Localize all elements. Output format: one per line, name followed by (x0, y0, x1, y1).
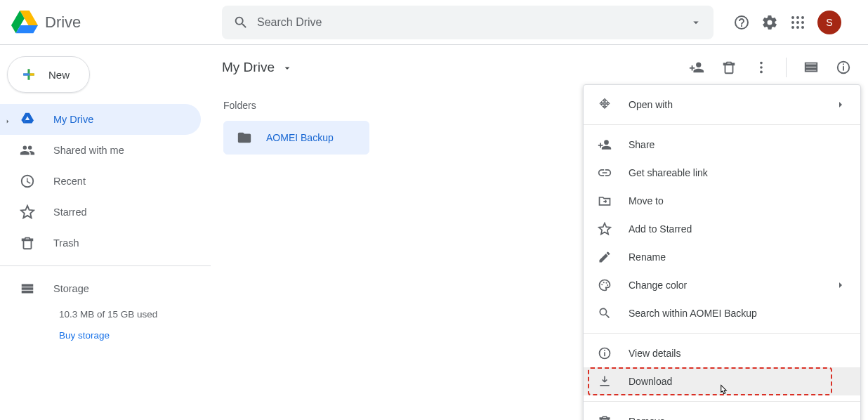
account-avatar[interactable]: S (817, 11, 841, 34)
svg-point-8 (801, 26, 804, 29)
menu-move-to[interactable]: Move to (584, 187, 860, 215)
menu-search-within[interactable]: Search within AOMEI Backup (584, 299, 860, 327)
folder-item[interactable]: AOMEI Backup (223, 121, 369, 155)
chevron-right-icon (835, 99, 846, 110)
sidebar-item-storage[interactable]: Storage (0, 273, 201, 304)
svg-point-3 (791, 21, 794, 24)
caret-right-icon (4, 116, 11, 123)
apps-grid-icon[interactable] (789, 14, 806, 31)
svg-rect-20 (604, 352, 605, 356)
svg-point-9 (760, 62, 763, 65)
menu-label: Open with (629, 99, 673, 110)
svg-rect-13 (843, 66, 844, 70)
svg-point-11 (760, 71, 763, 74)
svg-point-5 (801, 21, 804, 24)
list-view-icon[interactable] (803, 60, 819, 75)
svg-point-4 (796, 21, 799, 24)
new-button-label: New (48, 69, 70, 81)
info-icon (598, 346, 612, 360)
person-add-icon (598, 138, 612, 152)
clock-icon (20, 173, 35, 189)
sidebar-item-my-drive[interactable]: My Drive (0, 104, 201, 135)
nav: My Drive Shared with me Recent Starred (0, 104, 211, 346)
svg-point-7 (796, 26, 799, 29)
share-add-person-icon[interactable] (689, 60, 704, 75)
section-title: Folders (223, 100, 256, 111)
search-icon (233, 15, 249, 30)
drive-logo-icon (11, 9, 38, 36)
menu-label: Get shareable link (629, 167, 708, 178)
product-name: Drive (45, 13, 81, 32)
menu-remove[interactable]: Remove (584, 407, 860, 420)
breadcrumb-label: My Drive (222, 60, 275, 75)
settings-gear-icon[interactable] (761, 14, 778, 31)
delete-icon[interactable] (721, 60, 737, 75)
sidebar-item-starred[interactable]: Starred (0, 197, 201, 228)
menu-label: Add to Starred (629, 223, 692, 235)
sidebar-item-trash[interactable]: Trash (0, 228, 201, 258)
svg-point-17 (606, 282, 607, 284)
new-button[interactable]: New (7, 56, 90, 93)
menu-label: Download (629, 376, 672, 387)
arrows-move-icon (598, 98, 612, 112)
menu-rename[interactable]: Rename (584, 243, 860, 271)
star-outline-icon (598, 222, 612, 236)
star-icon (20, 204, 35, 220)
main: My Drive (211, 45, 868, 420)
menu-change-color[interactable]: Change color (584, 271, 860, 299)
view-details-icon[interactable] (836, 60, 851, 75)
svg-point-2 (801, 16, 804, 19)
pencil-icon (598, 250, 612, 264)
sidebar-item-label: Shared with me (53, 145, 124, 156)
search-icon (598, 306, 612, 320)
highlight-box (588, 367, 832, 395)
svg-point-18 (607, 284, 608, 286)
svg-point-15 (601, 284, 603, 285)
search-bar[interactable] (222, 6, 714, 39)
trash-icon (20, 235, 35, 251)
context-menu: Open with Share Get shareable link Move … (583, 84, 861, 420)
menu-label: View details (629, 348, 680, 359)
folder-icon (237, 130, 252, 145)
menu-share[interactable]: Share (584, 131, 860, 159)
storage-usage-text: 10.3 MB of 15 GB used (59, 304, 211, 325)
menu-open-with[interactable]: Open with (584, 91, 860, 119)
toolbar: My Drive (211, 45, 868, 90)
svg-point-6 (791, 26, 794, 29)
logo[interactable]: Drive (6, 9, 216, 36)
menu-label: Share (629, 139, 655, 150)
menu-label: Change color (629, 280, 687, 291)
menu-label: Move to (629, 195, 664, 206)
download-icon (598, 374, 612, 388)
sidebar-item-shared[interactable]: Shared with me (0, 135, 201, 166)
sidebar-item-label: Trash (53, 237, 79, 249)
svg-point-1 (796, 16, 799, 19)
menu-view-details[interactable]: View details (584, 339, 860, 367)
header: Drive S (0, 0, 868, 45)
menu-get-link[interactable]: Get shareable link (584, 159, 860, 187)
sidebar: New My Drive Shared with me Recent (0, 45, 211, 420)
search-input[interactable] (249, 16, 690, 29)
buy-storage-link[interactable]: Buy storage (59, 325, 211, 346)
sidebar-item-recent[interactable]: Recent (0, 166, 201, 197)
caret-down-icon (282, 62, 293, 73)
people-icon (20, 143, 35, 158)
more-options-icon[interactable] (754, 60, 769, 75)
drive-icon (20, 112, 35, 127)
breadcrumb[interactable]: My Drive (222, 60, 293, 75)
sidebar-item-label: My Drive (53, 114, 93, 125)
svg-point-0 (791, 16, 794, 19)
svg-rect-14 (843, 64, 844, 65)
search-options-caret-icon[interactable] (690, 16, 702, 29)
svg-point-10 (760, 66, 763, 69)
sidebar-item-label: Recent (53, 176, 86, 187)
svg-rect-21 (604, 350, 605, 351)
folder-label: AOMEI Backup (266, 132, 334, 143)
sidebar-item-label: Starred (53, 206, 87, 218)
menu-label: Rename (629, 251, 666, 263)
menu-add-star[interactable]: Add to Starred (584, 215, 860, 243)
help-icon[interactable] (733, 14, 750, 31)
sidebar-item-label: Storage (53, 283, 89, 294)
move-folder-icon (598, 194, 612, 208)
menu-download[interactable]: Download (584, 367, 860, 395)
